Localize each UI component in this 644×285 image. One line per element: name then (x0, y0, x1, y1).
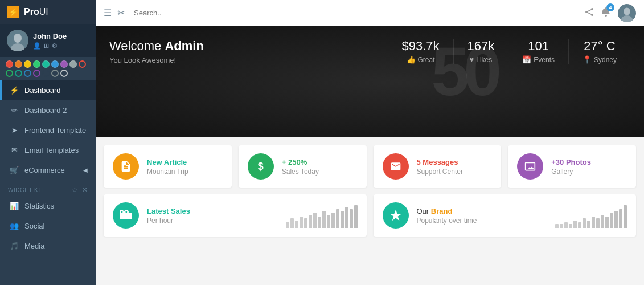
sidebar-item-social[interactable]: 👥 Social (0, 216, 96, 236)
media-icon: 🎵 (10, 242, 19, 250)
topbar-right: 4 (585, 4, 636, 22)
swatch[interactable] (60, 70, 68, 77)
swatch[interactable] (6, 70, 13, 77)
widget-kit-settings-icon[interactable]: ☆ (72, 186, 79, 194)
user-name: John Doe (33, 32, 89, 40)
email-icon: ✉ (10, 146, 19, 154)
swatch[interactable] (15, 60, 22, 68)
article-icon-circle (113, 153, 139, 180)
chart-bar (350, 209, 353, 228)
swatch[interactable] (15, 70, 22, 77)
chart-bar (295, 221, 298, 228)
chart-bar (587, 221, 590, 228)
chart-bar (331, 213, 335, 228)
arrow-icon: ◀ (83, 167, 88, 173)
swatch[interactable] (51, 70, 59, 77)
widget-our-brand[interactable]: Our Brand Popularity over time (374, 194, 637, 237)
location-icon: 📍 (583, 55, 592, 64)
swatch[interactable] (60, 60, 68, 68)
chart-bar (596, 218, 600, 228)
chart-bar (573, 221, 577, 228)
swatch[interactable] (79, 60, 86, 68)
sidebar-item-frontend[interactable]: ➤ Frontend Template (0, 120, 96, 140)
article-sub: Mountain Trip (147, 168, 223, 176)
sidebar-item-label: Social (24, 222, 44, 230)
chart-bar (336, 209, 339, 228)
chart-bar (564, 222, 568, 228)
tools-icon[interactable]: ✂ (117, 7, 125, 18)
chart-bar (569, 224, 572, 228)
swatch[interactable] (24, 70, 31, 77)
share-icon[interactable] (585, 7, 594, 19)
swatch[interactable] (33, 70, 40, 77)
chart-bar (286, 222, 289, 228)
brand-sub: Popularity over time (417, 217, 548, 225)
chart-bar (578, 222, 581, 228)
widget-sales[interactable]: $ + 250% Sales Today (239, 145, 367, 188)
hero-admin-text: Admin (165, 39, 203, 53)
article-title: New Article (147, 158, 223, 166)
hero-content: Welcome Admin You Look Awesome! (109, 39, 388, 64)
widget-new-article[interactable]: New Article Mountain Trip (104, 145, 232, 188)
search-input[interactable] (130, 9, 579, 17)
sidebar-item-label: Email Templates (24, 146, 79, 154)
swatch[interactable] (33, 60, 40, 68)
widget-messages[interactable]: 5 Messages Support Center (374, 145, 502, 188)
sidebar-item-label: Dashboard 2 (24, 106, 67, 115)
messages-sub: Support Center (417, 168, 493, 176)
latest-sales-icon-circle (113, 202, 139, 229)
sidebar-item-ecommerce[interactable]: 🛒 eCommerce ◀ (0, 160, 96, 180)
sidebar-item-dashboard[interactable]: ⚡ Dashboard (0, 80, 96, 100)
swatch[interactable] (69, 60, 77, 68)
widgets-section: New Article Mountain Trip $ + 250% Sales… (96, 137, 644, 245)
brand-name: ProUI (24, 7, 48, 17)
user-profile-icon[interactable]: 👤 (33, 42, 41, 50)
widget-latest-sales[interactable]: Latest Sales Per hour (104, 194, 367, 237)
widgets-row-2: Latest Sales Per hour Our Brand (104, 194, 636, 237)
topbar-avatar[interactable] (618, 4, 636, 22)
widget-kit-close-icon[interactable]: ✕ (82, 186, 88, 194)
sidebar-item-email[interactable]: ✉ Email Templates (0, 140, 96, 160)
chart-bar (345, 207, 348, 228)
chart-bar (318, 217, 321, 228)
hero-banner: 50 Welcome Admin You Look Awesome! $93.7… (96, 26, 644, 137)
sidebar: ⚡ ProUI John Doe 👤 ⊞ ⚙ (0, 0, 96, 285)
sales-icon-circle: $ (248, 153, 274, 180)
chart-bar (610, 213, 613, 228)
swatch[interactable] (6, 60, 13, 68)
stat-likes-label: ♥ Likes (467, 55, 495, 64)
stat-events-label: 📅 Events (522, 55, 555, 64)
chart-bar (555, 224, 559, 228)
user-info: John Doe 👤 ⊞ ⚙ (33, 32, 89, 50)
widget-photos[interactable]: +30 Photos Gallery (508, 145, 636, 188)
notification-badge[interactable]: 4 (601, 7, 611, 19)
menu-toggle-icon[interactable]: ☰ (104, 7, 112, 18)
thumbs-up-icon: 👍 (407, 55, 416, 64)
user-actions: 👤 ⊞ ⚙ (33, 42, 89, 50)
brand-icon: ⚡ (7, 6, 19, 18)
stat-money-label: 👍 Great (402, 55, 440, 64)
user-gear-icon[interactable]: ⚙ (52, 42, 58, 50)
stat-money-value: $93.7k (402, 39, 440, 54)
swatch[interactable] (42, 60, 50, 68)
user-settings-icon[interactable]: ⊞ (44, 42, 49, 50)
swatch[interactable] (51, 60, 59, 68)
social-icon: 👥 (10, 222, 19, 230)
statistics-icon: 📊 (10, 202, 19, 210)
sidebar-item-dashboard2[interactable]: ✏ Dashboard 2 (0, 100, 96, 120)
chart-bar (290, 218, 294, 228)
chart-bar (341, 211, 344, 228)
chart-bar (605, 217, 609, 228)
swatch[interactable] (24, 60, 31, 68)
user-panel: John Doe 👤 ⊞ ⚙ (0, 24, 96, 57)
chart-bar (300, 217, 303, 228)
sidebar-item-media[interactable]: 🎵 Media (0, 236, 96, 256)
chart-bar (313, 213, 317, 228)
sidebar-item-label: Media (24, 242, 44, 250)
svg-point-1 (14, 34, 22, 43)
calendar-icon: 📅 (522, 55, 531, 64)
avatar[interactable] (7, 30, 28, 51)
swatch[interactable] (42, 70, 50, 77)
hero-stat-likes: 167k ♥ Likes (453, 39, 508, 64)
sidebar-item-statistics[interactable]: 📊 Statistics (0, 196, 96, 216)
